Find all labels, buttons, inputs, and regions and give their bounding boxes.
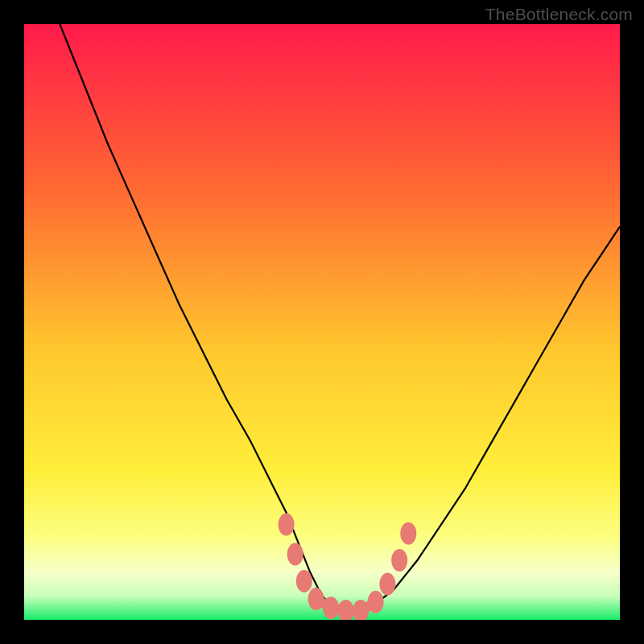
- watermark-text: TheBottleneck.com: [485, 5, 633, 24]
- chart-frame: TheBottleneck.com: [0, 0, 644, 644]
- data-marker: [379, 573, 395, 596]
- data-marker: [279, 514, 295, 536]
- data-marker: [391, 549, 407, 572]
- data-marker: [323, 597, 339, 619]
- data-marker: [287, 543, 303, 566]
- chart-svg: [24, 24, 620, 620]
- data-marker: [368, 591, 384, 613]
- data-marker: [308, 588, 324, 610]
- data-marker: [296, 570, 312, 592]
- plot-area: [24, 24, 620, 620]
- gradient-background: [24, 24, 620, 620]
- data-marker: [400, 522, 416, 545]
